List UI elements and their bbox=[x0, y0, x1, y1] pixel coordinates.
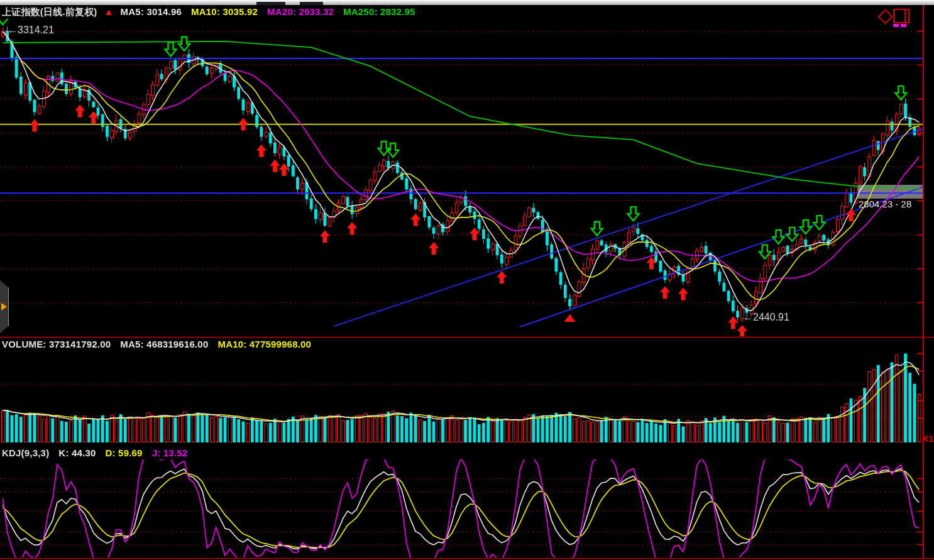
volume-value: VOLUME: 373141792.00 bbox=[2, 339, 111, 349]
window-edge-notch bbox=[300, 2, 323, 5]
window-edge-notch bbox=[256, 2, 285, 5]
symbol-title: 上证指数(日线.前复权) bbox=[2, 6, 97, 18]
trough-price-label: ←2440.91 bbox=[743, 312, 789, 323]
volume-header: VOLUME: 373141792.00 MA5: 468319616.00 M… bbox=[2, 339, 311, 349]
volume-ma5-value: MA5: 468319616.00 bbox=[120, 339, 208, 349]
window-edge bbox=[0, 0, 934, 5]
ma250-value: MA250: 2832.95 bbox=[343, 6, 415, 18]
magenta-marker-icon bbox=[893, 24, 899, 27]
ma20-value: MA20: 2933.32 bbox=[267, 6, 334, 18]
magenta-marker-icon bbox=[901, 24, 906, 27]
ma5-value: MA5: 3014.96 bbox=[121, 6, 182, 18]
main-chart-header: 上证指数(日线.前复权) ▲ MA5: 3014.96 MA10: 3035.9… bbox=[2, 6, 415, 18]
kdj-d-value: D: 59.69 bbox=[106, 447, 143, 458]
window-split-pane bbox=[904, 10, 906, 22]
kdj-k-value: K: 44.30 bbox=[58, 447, 96, 458]
app-window: 上证指数(日线.前复权) ▲ MA5: 3014.96 MA10: 3035.9… bbox=[0, 0, 934, 560]
sidebar-collapse-handle[interactable] bbox=[0, 280, 9, 333]
kdj-header: KDJ(9,3,3) K: 44.30 D: 59.69 J: 13.52 bbox=[2, 447, 187, 458]
chart-canvas[interactable] bbox=[0, 0, 934, 560]
up-arrow-icon: ▲ bbox=[104, 6, 114, 18]
expand-arrow-icon bbox=[1, 303, 7, 310]
gap-range-label: 2804.23 - 28 bbox=[859, 199, 911, 209]
ma10-value: MA10: 3035.92 bbox=[191, 6, 258, 18]
peak-price-label: ←3314.21 bbox=[8, 25, 54, 36]
window-split-icon[interactable] bbox=[893, 9, 909, 23]
clipped-axis-label: X1 bbox=[922, 433, 934, 444]
volume-ma10-value: MA10: 477599968.00 bbox=[217, 339, 311, 349]
kdj-name: KDJ(9,3,3) bbox=[2, 447, 49, 458]
kdj-j-value: J: 13.52 bbox=[152, 447, 188, 458]
